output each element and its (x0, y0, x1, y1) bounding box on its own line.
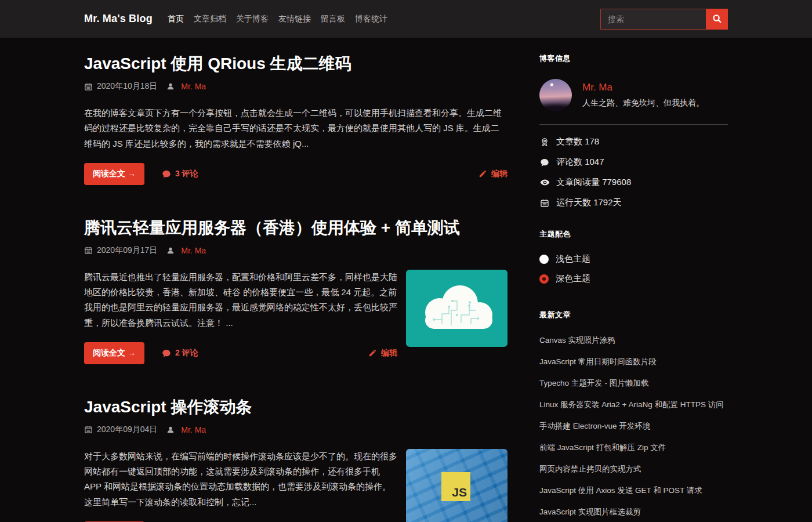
search-icon (712, 14, 722, 24)
post-card: JavaScript 使用 QRious 生成二维码 2020年10月18日 (84, 53, 507, 185)
comments-link[interactable]: 3 评论 (162, 169, 198, 179)
read-more-button[interactable]: 阅读全文 → (84, 342, 144, 364)
recent-post-link[interactable]: Typecho 主题开发 - 图片懒加载 (539, 379, 648, 387)
stat-comment-count: 评论数 1047 (539, 157, 728, 168)
post-date: 2020年10月18日 (97, 81, 157, 92)
site-brand[interactable]: Mr. Ma's Blog (84, 13, 153, 25)
recent-post-item: 手动搭建 Electron-vue 开发环境 (539, 420, 728, 432)
stat-article-count: 文章数 178 (539, 136, 728, 147)
recent-post-item: Canvas 实现照片涂鸦 (539, 335, 728, 346)
edit-label: 编辑 (491, 169, 507, 179)
post-card: 腾讯云轻量应用服务器（香港）使用体验 + 简单测试 2020年09月17日 (84, 217, 507, 364)
stat-label: 文章阅读量 779608 (556, 177, 631, 188)
theme-option-label: 浅色主题 (556, 253, 590, 264)
medal-icon (539, 137, 550, 147)
read-more-button[interactable]: 阅读全文 → (84, 163, 144, 185)
recent-posts-title: 最新文章 (539, 310, 728, 320)
post-date: 2020年09月04日 (97, 425, 157, 435)
calendar-icon (84, 425, 93, 434)
js-logo-icon: JS (441, 472, 470, 501)
recent-post-link[interactable]: Linux 服务器安装 Aria2 + AriaNg 和配置 HTTPS 访问 (539, 400, 724, 409)
recent-post-item: Linux 服务器安装 Aria2 + AriaNg 和配置 HTTPS 访问 (539, 399, 728, 410)
calendar-icon (84, 246, 93, 255)
post-excerpt: 对于大多数网站来说，在编写前端的时候操作滚动条应该是少不了的。现在的很多网站都有… (84, 449, 397, 510)
top-navbar: Mr. Ma's Blog 首页 文章归档 关于博客 友情链接 留言板 博客统计 (0, 0, 812, 38)
edit-label: 编辑 (381, 348, 397, 358)
nav-item-about[interactable]: 关于博客 (236, 14, 269, 24)
radio-light-icon[interactable] (539, 255, 549, 264)
recent-post-link[interactable]: Canvas 实现照片涂鸦 (539, 336, 615, 345)
post-card: JavaScript 操作滚动条 2020年09月04日 Mr. (84, 397, 507, 522)
main-nav: 首页 文章归档 关于博客 友情链接 留言板 博客统计 (168, 14, 397, 24)
nav-item-guestbook[interactable]: 留言板 (321, 14, 345, 24)
profile-card: Mr. Ma 人生之路、难免坎坷、但我执着。 (539, 79, 728, 111)
blog-stats: 文章数 178 评论数 1047 文章阅读量 779608 (539, 136, 728, 208)
post-excerpt: 在我的博客文章页下方有一个分享按钮，点击就会生成一个二维码，可以使用手机扫描查看… (84, 106, 507, 151)
theme-option-light[interactable]: 浅色主题 (539, 253, 728, 264)
recent-post-item: JavaScript 使用 Axios 发送 GET 和 POST 请求 (539, 485, 728, 496)
nav-item-statistics[interactable]: 博客统计 (355, 14, 387, 24)
nav-item-links[interactable]: 友情链接 (278, 14, 311, 24)
theme-option-dark[interactable]: 深色主题 (539, 273, 728, 284)
nav-item-archive[interactable]: 文章归档 (194, 14, 226, 24)
post-meta: 2020年09月17日 Mr. Ma (84, 245, 507, 256)
recent-posts-list: Canvas 实现照片涂鸦 JavaScript 常用日期时间函数片段 Type… (539, 335, 728, 522)
pencil-icon (478, 169, 487, 178)
post-title-link[interactable]: JavaScript 使用 QRious 生成二维码 (84, 53, 351, 74)
recent-post-link[interactable]: 网页内容禁止拷贝的实现方式 (539, 465, 641, 473)
comment-bubble-icon (162, 169, 171, 179)
eye-icon (539, 177, 550, 187)
calendar-icon (539, 198, 550, 208)
post-thumbnail-cloud[interactable] (406, 270, 507, 347)
stat-running-days: 运行天数 1792天 (539, 197, 728, 208)
profile-name-link[interactable]: Mr. Ma (582, 82, 704, 93)
comment-icon (539, 158, 550, 167)
comments-link[interactable]: 2 评论 (162, 348, 198, 358)
recent-post-link[interactable]: JavaScript 实现图片框选裁剪 (539, 507, 641, 516)
recent-post-link[interactable]: 前端 JavaScript 打包和解压 Zip 文件 (539, 443, 666, 452)
recent-post-item: JavaScript 实现图片框选裁剪 (539, 506, 728, 517)
recent-post-link[interactable]: JavaScript 常用日期时间函数片段 (539, 357, 657, 366)
comments-count: 3 评论 (175, 169, 198, 179)
cloud-circuit-icon (425, 285, 492, 329)
comment-bubble-icon (162, 349, 171, 358)
pencil-icon (368, 349, 377, 357)
recent-post-item: 前端 JavaScript 打包和解压 Zip 文件 (539, 442, 728, 453)
search-widget (600, 9, 728, 30)
search-input[interactable] (600, 9, 706, 30)
sidebar-divider (539, 124, 728, 125)
recent-post-link[interactable]: 手动搭建 Electron-vue 开发环境 (539, 422, 650, 430)
edit-link[interactable]: 编辑 (368, 348, 397, 358)
recent-post-item: 网页内容禁止拷贝的实现方式 (539, 463, 728, 474)
radio-dark-checked-icon[interactable] (539, 274, 549, 284)
sidebar: 博客信息 Mr. Ma 人生之路、难免坎坷、但我执着。 文章数 178 (539, 53, 728, 522)
theme-section-title: 主题配色 (539, 229, 728, 240)
comments-count: 2 评论 (175, 348, 198, 358)
search-button[interactable] (706, 9, 728, 30)
post-thumbnail-js[interactable]: JS (406, 449, 507, 522)
stat-label: 评论数 1047 (556, 157, 604, 168)
post-list: JavaScript 使用 QRious 生成二维码 2020年10月18日 (84, 53, 507, 522)
calendar-icon (84, 82, 93, 91)
post-date: 2020年09月17日 (97, 245, 157, 256)
profile-motto: 人生之路、难免坎坷、但我执着。 (582, 98, 704, 108)
post-author-link[interactable]: Mr. Ma (181, 82, 206, 91)
edit-link[interactable]: 编辑 (478, 169, 507, 179)
avatar (539, 79, 572, 111)
blog-info-title: 博客信息 (539, 53, 728, 64)
post-excerpt: 腾讯云最近也推出了轻量应用服务器，配置和价格和阿里云差不多，同样也是大陆地区的价… (84, 270, 397, 331)
recent-post-item: Typecho 主题开发 - 图片懒加载 (539, 378, 728, 389)
user-icon (166, 246, 175, 255)
post-title-link[interactable]: JavaScript 操作滚动条 (84, 397, 252, 417)
user-icon (166, 82, 175, 90)
recent-post-link[interactable]: JavaScript 使用 Axios 发送 GET 和 POST 请求 (539, 486, 702, 495)
user-icon (166, 426, 175, 434)
post-author-link[interactable]: Mr. Ma (181, 425, 206, 434)
post-author-link[interactable]: Mr. Ma (181, 246, 206, 255)
post-meta: 2020年10月18日 Mr. Ma (84, 81, 507, 92)
nav-item-home[interactable]: 首页 (168, 14, 184, 24)
stat-label: 文章数 178 (556, 136, 599, 147)
stat-label: 运行天数 1792天 (556, 197, 622, 208)
post-title-link[interactable]: 腾讯云轻量应用服务器（香港）使用体验 + 简单测试 (84, 217, 460, 238)
theme-option-label: 深色主题 (556, 273, 590, 284)
